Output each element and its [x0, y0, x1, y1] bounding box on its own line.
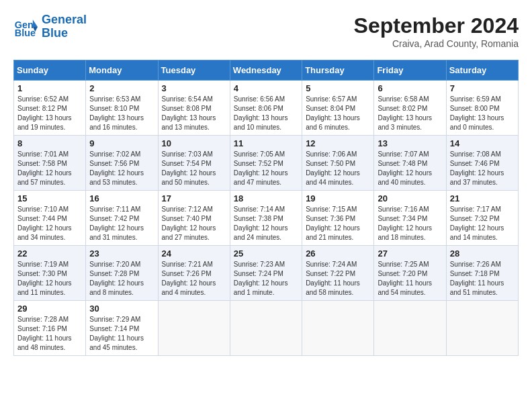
calendar-header-row: SundayMondayTuesdayWednesdayThursdayFrid…	[14, 60, 519, 81]
day-info: Sunrise: 6:52 AMSunset: 8:12 PMDaylight:…	[17, 95, 82, 132]
day-number: 6	[378, 83, 442, 93]
day-info: Sunrise: 7:01 AMSunset: 7:58 PMDaylight:…	[17, 150, 82, 187]
col-header-thursday: Thursday	[302, 60, 374, 81]
day-info: Sunrise: 7:21 AMSunset: 7:26 PMDaylight:…	[162, 260, 226, 298]
calendar-cell: 6Sunrise: 6:58 AMSunset: 8:02 PMDaylight…	[374, 81, 446, 136]
day-number: 13	[378, 138, 442, 148]
day-info: Sunrise: 7:29 AMSunset: 7:14 PMDaylight:…	[89, 315, 154, 353]
calendar-cell	[230, 301, 302, 356]
day-info: Sunrise: 6:57 AMSunset: 8:04 PMDaylight:…	[306, 95, 370, 132]
logo-icon: Gen Blue	[13, 15, 38, 39]
day-number: 25	[234, 248, 298, 259]
page-header: Gen Blue General Blue September 2024 Cra…	[13, 13, 519, 49]
calendar-cell: 25Sunrise: 7:23 AMSunset: 7:24 PMDayligh…	[230, 246, 302, 301]
day-info: Sunrise: 7:03 AMSunset: 7:54 PMDaylight:…	[162, 150, 226, 187]
calendar-week-5: 29Sunrise: 7:28 AMSunset: 7:16 PMDayligh…	[14, 301, 519, 356]
calendar-cell: 18Sunrise: 7:14 AMSunset: 7:38 PMDayligh…	[230, 191, 302, 246]
day-number: 28	[450, 248, 515, 259]
calendar-cell	[158, 301, 230, 356]
day-info: Sunrise: 7:08 AMSunset: 7:46 PMDaylight:…	[450, 150, 515, 187]
calendar-cell: 28Sunrise: 7:26 AMSunset: 7:18 PMDayligh…	[446, 246, 518, 301]
day-number: 10	[162, 138, 226, 148]
day-info: Sunrise: 7:20 AMSunset: 7:28 PMDaylight:…	[89, 260, 154, 298]
title-block: September 2024 Craiva, Arad County, Roma…	[354, 13, 519, 49]
calendar-cell: 21Sunrise: 7:17 AMSunset: 7:32 PMDayligh…	[446, 191, 518, 246]
day-info: Sunrise: 7:07 AMSunset: 7:48 PMDaylight:…	[378, 150, 442, 187]
day-number: 27	[378, 248, 442, 259]
day-info: Sunrise: 7:10 AMSunset: 7:44 PMDaylight:…	[17, 205, 82, 242]
day-info: Sunrise: 7:06 AMSunset: 7:50 PMDaylight:…	[306, 150, 370, 187]
calendar-cell: 9Sunrise: 7:02 AMSunset: 7:56 PMDaylight…	[86, 136, 158, 191]
calendar-cell: 3Sunrise: 6:54 AMSunset: 8:08 PMDaylight…	[158, 81, 230, 136]
day-number: 7	[450, 83, 515, 93]
month-title: September 2024	[354, 13, 519, 38]
calendar-cell: 26Sunrise: 7:24 AMSunset: 7:22 PMDayligh…	[302, 246, 374, 301]
day-number: 12	[306, 138, 370, 148]
calendar-cell: 16Sunrise: 7:11 AMSunset: 7:42 PMDayligh…	[86, 191, 158, 246]
col-header-friday: Friday	[374, 60, 446, 81]
day-number: 5	[306, 83, 370, 93]
day-number: 11	[234, 138, 298, 148]
calendar-cell: 29Sunrise: 7:28 AMSunset: 7:16 PMDayligh…	[14, 301, 86, 356]
day-info: Sunrise: 6:59 AMSunset: 8:00 PMDaylight:…	[450, 95, 515, 132]
calendar-cell: 12Sunrise: 7:06 AMSunset: 7:50 PMDayligh…	[302, 136, 374, 191]
day-number: 19	[306, 193, 370, 203]
svg-marker-2	[33, 19, 38, 27]
calendar-cell	[374, 301, 446, 356]
calendar-table: SundayMondayTuesdayWednesdayThursdayFrid…	[13, 60, 519, 356]
day-info: Sunrise: 7:16 AMSunset: 7:34 PMDaylight:…	[378, 205, 442, 242]
calendar-cell: 20Sunrise: 7:16 AMSunset: 7:34 PMDayligh…	[374, 191, 446, 246]
day-info: Sunrise: 6:54 AMSunset: 8:08 PMDaylight:…	[162, 95, 226, 132]
day-number: 15	[17, 193, 82, 203]
calendar-cell: 30Sunrise: 7:29 AMSunset: 7:14 PMDayligh…	[86, 301, 158, 356]
day-number: 17	[162, 193, 226, 203]
day-number: 16	[89, 193, 154, 203]
calendar-cell: 17Sunrise: 7:12 AMSunset: 7:40 PMDayligh…	[158, 191, 230, 246]
day-info: Sunrise: 7:15 AMSunset: 7:36 PMDaylight:…	[306, 205, 370, 242]
day-number: 2	[89, 83, 154, 93]
day-number: 24	[162, 248, 226, 259]
col-header-wednesday: Wednesday	[230, 60, 302, 81]
calendar-cell: 4Sunrise: 6:56 AMSunset: 8:06 PMDaylight…	[230, 81, 302, 136]
day-info: Sunrise: 7:02 AMSunset: 7:56 PMDaylight:…	[89, 150, 154, 187]
day-number: 22	[17, 248, 82, 259]
col-header-saturday: Saturday	[446, 60, 518, 81]
day-number: 18	[234, 193, 298, 203]
calendar-cell: 8Sunrise: 7:01 AMSunset: 7:58 PMDaylight…	[14, 136, 86, 191]
day-number: 21	[450, 193, 515, 203]
day-number: 3	[162, 83, 226, 93]
day-number: 9	[89, 138, 154, 148]
calendar-week-1: 1Sunrise: 6:52 AMSunset: 8:12 PMDaylight…	[14, 81, 519, 136]
calendar-cell: 2Sunrise: 6:53 AMSunset: 8:10 PMDaylight…	[86, 81, 158, 136]
svg-text:Blue: Blue	[15, 28, 36, 38]
day-number: 14	[450, 138, 515, 148]
day-number: 23	[89, 248, 154, 259]
day-info: Sunrise: 6:58 AMSunset: 8:02 PMDaylight:…	[378, 95, 442, 132]
calendar-cell: 7Sunrise: 6:59 AMSunset: 8:00 PMDaylight…	[446, 81, 518, 136]
col-header-monday: Monday	[86, 60, 158, 81]
day-number: 30	[89, 304, 154, 314]
calendar-cell: 15Sunrise: 7:10 AMSunset: 7:44 PMDayligh…	[14, 191, 86, 246]
calendar-week-4: 22Sunrise: 7:19 AMSunset: 7:30 PMDayligh…	[14, 246, 519, 301]
calendar-cell: 10Sunrise: 7:03 AMSunset: 7:54 PMDayligh…	[158, 136, 230, 191]
calendar-week-2: 8Sunrise: 7:01 AMSunset: 7:58 PMDaylight…	[14, 136, 519, 191]
calendar-cell: 19Sunrise: 7:15 AMSunset: 7:36 PMDayligh…	[302, 191, 374, 246]
calendar-cell: 11Sunrise: 7:05 AMSunset: 7:52 PMDayligh…	[230, 136, 302, 191]
day-info: Sunrise: 6:53 AMSunset: 8:10 PMDaylight:…	[89, 95, 154, 132]
day-number: 1	[17, 83, 82, 93]
day-info: Sunrise: 7:14 AMSunset: 7:38 PMDaylight:…	[234, 205, 298, 242]
calendar-week-3: 15Sunrise: 7:10 AMSunset: 7:44 PMDayligh…	[14, 191, 519, 246]
day-number: 29	[17, 304, 82, 314]
day-info: Sunrise: 6:56 AMSunset: 8:06 PMDaylight:…	[234, 95, 298, 132]
location-subtitle: Craiva, Arad County, Romania	[354, 38, 519, 49]
calendar-cell: 1Sunrise: 6:52 AMSunset: 8:12 PMDaylight…	[14, 81, 86, 136]
day-info: Sunrise: 7:25 AMSunset: 7:20 PMDaylight:…	[378, 260, 442, 298]
calendar-cell	[302, 301, 374, 356]
day-number: 4	[234, 83, 298, 93]
calendar-cell: 23Sunrise: 7:20 AMSunset: 7:28 PMDayligh…	[86, 246, 158, 301]
day-info: Sunrise: 7:19 AMSunset: 7:30 PMDaylight:…	[17, 260, 82, 298]
day-info: Sunrise: 7:23 AMSunset: 7:24 PMDaylight:…	[234, 260, 298, 298]
day-number: 20	[378, 193, 442, 203]
col-header-tuesday: Tuesday	[158, 60, 230, 81]
calendar-cell: 5Sunrise: 6:57 AMSunset: 8:04 PMDaylight…	[302, 81, 374, 136]
